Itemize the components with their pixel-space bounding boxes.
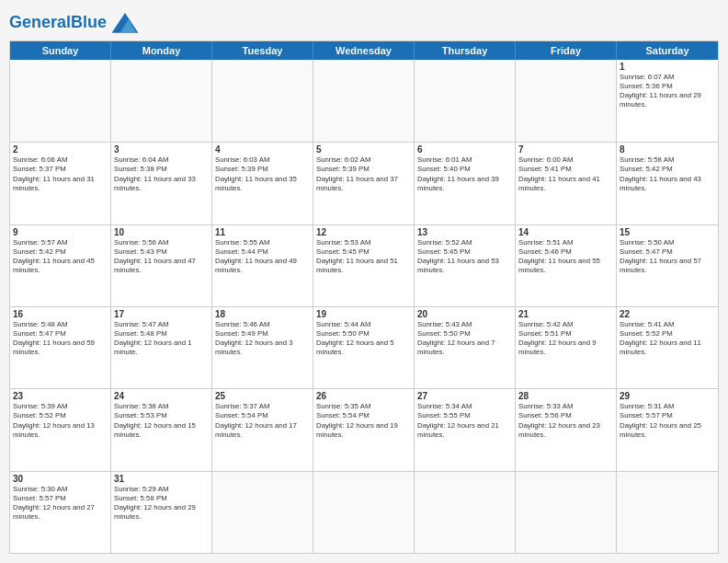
- cell-day-number: 17: [114, 309, 209, 319]
- cell-sun-info: Sunrise: 5:38 AM Sunset: 5:53 PM Dayligh…: [114, 402, 209, 440]
- cell-sun-info: Sunrise: 5:34 AM Sunset: 5:55 PM Dayligh…: [417, 402, 512, 440]
- calendar-cell: 30Sunrise: 5:30 AM Sunset: 5:57 PM Dayli…: [10, 472, 111, 553]
- calendar-cell: 8Sunrise: 5:58 AM Sunset: 5:42 PM Daylig…: [617, 143, 718, 224]
- cell-sun-info: Sunrise: 5:37 AM Sunset: 5:54 PM Dayligh…: [215, 402, 310, 440]
- cell-day-number: 23: [13, 391, 108, 401]
- cell-day-number: 8: [620, 144, 715, 155]
- cell-sun-info: Sunrise: 5:29 AM Sunset: 5:58 PM Dayligh…: [114, 485, 209, 523]
- cell-sun-info: Sunrise: 5:51 AM Sunset: 5:46 PM Dayligh…: [518, 238, 613, 276]
- cell-sun-info: Sunrise: 6:04 AM Sunset: 5:38 PM Dayligh…: [114, 155, 209, 193]
- calendar-cell: 27Sunrise: 5:34 AM Sunset: 5:55 PM Dayli…: [415, 389, 516, 470]
- calendar-cell: 25Sunrise: 5:37 AM Sunset: 5:54 PM Dayli…: [212, 389, 313, 470]
- calendar-cell: 7Sunrise: 6:00 AM Sunset: 5:41 PM Daylig…: [516, 143, 617, 224]
- day-header-monday: Monday: [111, 41, 212, 60]
- cell-day-number: 20: [417, 309, 512, 319]
- calendar-cell: 20Sunrise: 5:43 AM Sunset: 5:50 PM Dayli…: [415, 307, 516, 388]
- cell-day-number: 13: [417, 227, 512, 237]
- cell-sun-info: Sunrise: 5:48 AM Sunset: 5:47 PM Dayligh…: [13, 320, 108, 358]
- day-header-tuesday: Tuesday: [212, 41, 313, 60]
- logo-icon: [108, 9, 142, 35]
- cell-day-number: 26: [316, 391, 411, 401]
- cell-day-number: 9: [13, 227, 108, 237]
- logo: GeneralBlue: [9, 9, 142, 35]
- calendar-week-4: 23Sunrise: 5:39 AM Sunset: 5:52 PM Dayli…: [10, 388, 718, 470]
- cell-day-number: 5: [316, 144, 411, 155]
- cell-day-number: 30: [13, 474, 108, 484]
- calendar-cell: [415, 472, 516, 553]
- cell-sun-info: Sunrise: 5:57 AM Sunset: 5:42 PM Dayligh…: [13, 238, 108, 276]
- cell-day-number: 6: [417, 144, 512, 155]
- cell-day-number: 3: [114, 144, 209, 155]
- calendar-week-0: 1Sunrise: 6:07 AM Sunset: 5:36 PM Daylig…: [10, 60, 718, 142]
- calendar-cell: 9Sunrise: 5:57 AM Sunset: 5:42 PM Daylig…: [10, 225, 111, 306]
- calendar-cell: 5Sunrise: 6:02 AM Sunset: 5:39 PM Daylig…: [313, 143, 415, 224]
- cell-day-number: 22: [620, 309, 715, 319]
- cell-day-number: 4: [215, 144, 310, 155]
- calendar-week-3: 16Sunrise: 5:48 AM Sunset: 5:47 PM Dayli…: [10, 306, 718, 388]
- cell-sun-info: Sunrise: 5:52 AM Sunset: 5:45 PM Dayligh…: [417, 238, 512, 276]
- cell-sun-info: Sunrise: 6:06 AM Sunset: 5:37 PM Dayligh…: [13, 155, 108, 193]
- cell-day-number: 21: [518, 309, 613, 319]
- calendar-cell: 4Sunrise: 6:03 AM Sunset: 5:39 PM Daylig…: [212, 143, 313, 224]
- cell-sun-info: Sunrise: 5:55 AM Sunset: 5:44 PM Dayligh…: [215, 238, 310, 276]
- cell-sun-info: Sunrise: 5:39 AM Sunset: 5:52 PM Dayligh…: [13, 402, 108, 440]
- cell-sun-info: Sunrise: 6:07 AM Sunset: 5:36 PM Dayligh…: [620, 73, 715, 110]
- cell-day-number: 12: [316, 227, 411, 237]
- cell-sun-info: Sunrise: 5:46 AM Sunset: 5:49 PM Dayligh…: [215, 320, 310, 358]
- calendar-header: GeneralBlue: [9, 9, 719, 35]
- logo-general: General: [9, 13, 71, 31]
- cell-day-number: 16: [13, 309, 108, 319]
- cell-day-number: 7: [518, 144, 613, 155]
- cell-sun-info: Sunrise: 5:53 AM Sunset: 5:45 PM Dayligh…: [316, 238, 411, 276]
- day-headers-row: SundayMondayTuesdayWednesdayThursdayFrid…: [10, 41, 718, 60]
- logo-blue: Blue: [71, 13, 107, 31]
- calendar-cell: 26Sunrise: 5:35 AM Sunset: 5:54 PM Dayli…: [313, 389, 415, 470]
- calendar-cell: [313, 472, 415, 553]
- calendar-cell: [212, 60, 313, 142]
- cell-day-number: 31: [114, 474, 209, 484]
- calendar-cell: 21Sunrise: 5:42 AM Sunset: 5:51 PM Dayli…: [516, 307, 617, 388]
- cell-sun-info: Sunrise: 5:43 AM Sunset: 5:50 PM Dayligh…: [417, 320, 512, 358]
- cell-sun-info: Sunrise: 5:31 AM Sunset: 5:57 PM Dayligh…: [620, 402, 715, 440]
- calendar-cell: [516, 60, 617, 142]
- cell-sun-info: Sunrise: 5:50 AM Sunset: 5:47 PM Dayligh…: [620, 238, 715, 276]
- cell-sun-info: Sunrise: 5:42 AM Sunset: 5:51 PM Dayligh…: [518, 320, 613, 358]
- calendar-cell: [617, 472, 718, 553]
- day-header-friday: Friday: [516, 41, 617, 60]
- calendar-cell: 29Sunrise: 5:31 AM Sunset: 5:57 PM Dayli…: [617, 389, 718, 470]
- cell-day-number: 28: [518, 391, 613, 401]
- cell-day-number: 29: [620, 391, 715, 401]
- cell-day-number: 10: [114, 227, 209, 237]
- calendar-cell: [516, 472, 617, 553]
- calendar-cell: 14Sunrise: 5:51 AM Sunset: 5:46 PM Dayli…: [516, 225, 617, 306]
- calendar-cell: 24Sunrise: 5:38 AM Sunset: 5:53 PM Dayli…: [111, 389, 212, 470]
- day-header-wednesday: Wednesday: [313, 41, 415, 60]
- cell-day-number: 11: [215, 227, 310, 237]
- calendar-cell: 12Sunrise: 5:53 AM Sunset: 5:45 PM Dayli…: [313, 225, 415, 306]
- cell-day-number: 27: [417, 391, 512, 401]
- cell-sun-info: Sunrise: 5:56 AM Sunset: 5:43 PM Dayligh…: [114, 238, 209, 276]
- cell-day-number: 19: [316, 309, 411, 319]
- day-header-sunday: Sunday: [10, 41, 111, 60]
- cell-sun-info: Sunrise: 5:44 AM Sunset: 5:50 PM Dayligh…: [316, 320, 411, 358]
- cell-day-number: 24: [114, 391, 209, 401]
- calendar-cell: 17Sunrise: 5:47 AM Sunset: 5:48 PM Dayli…: [111, 307, 212, 388]
- cell-sun-info: Sunrise: 5:33 AM Sunset: 5:56 PM Dayligh…: [518, 402, 613, 440]
- calendar-cell: 22Sunrise: 5:41 AM Sunset: 5:52 PM Dayli…: [617, 307, 718, 388]
- day-header-saturday: Saturday: [617, 41, 718, 60]
- calendar-cell: [111, 60, 212, 142]
- calendar-cell: 19Sunrise: 5:44 AM Sunset: 5:50 PM Dayli…: [313, 307, 415, 388]
- cell-day-number: 25: [215, 391, 310, 401]
- cell-sun-info: Sunrise: 5:47 AM Sunset: 5:48 PM Dayligh…: [114, 320, 209, 358]
- cell-sun-info: Sunrise: 5:35 AM Sunset: 5:54 PM Dayligh…: [316, 402, 411, 440]
- cell-sun-info: Sunrise: 5:58 AM Sunset: 5:42 PM Dayligh…: [620, 155, 715, 193]
- calendar-week-2: 9Sunrise: 5:57 AM Sunset: 5:42 PM Daylig…: [10, 224, 718, 306]
- calendar-week-5: 30Sunrise: 5:30 AM Sunset: 5:57 PM Dayli…: [10, 471, 718, 553]
- cell-sun-info: Sunrise: 5:30 AM Sunset: 5:57 PM Dayligh…: [13, 485, 108, 523]
- cell-day-number: 18: [215, 309, 310, 319]
- calendar-grid: 1Sunrise: 6:07 AM Sunset: 5:36 PM Daylig…: [10, 60, 718, 553]
- cell-sun-info: Sunrise: 5:41 AM Sunset: 5:52 PM Dayligh…: [620, 320, 715, 358]
- calendar-cell: 3Sunrise: 6:04 AM Sunset: 5:38 PM Daylig…: [111, 143, 212, 224]
- calendar-cell: 18Sunrise: 5:46 AM Sunset: 5:49 PM Dayli…: [212, 307, 313, 388]
- calendar-cell: 31Sunrise: 5:29 AM Sunset: 5:58 PM Dayli…: [111, 472, 212, 553]
